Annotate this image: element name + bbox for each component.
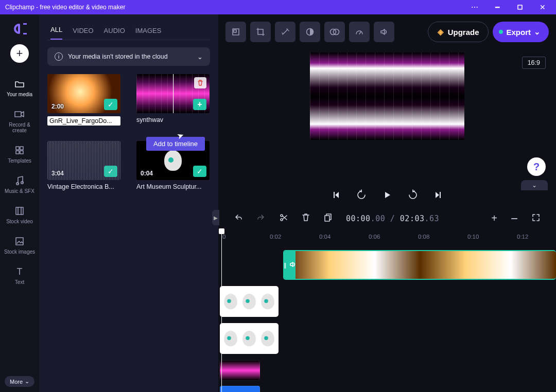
duration-badge: 3:04 xyxy=(51,170,64,177)
tab-video[interactable]: VIDEO xyxy=(73,27,93,40)
svg-point-9 xyxy=(21,182,24,184)
svg-rect-6 xyxy=(16,151,19,154)
media-thumb[interactable]: 3:04 ✓ xyxy=(47,141,120,180)
chevron-down-icon: ⌄ xyxy=(197,53,203,61)
add-to-timeline-tooltip: Add to timeline xyxy=(146,137,205,151)
collapse-preview-button[interactable]: ⌄ xyxy=(521,180,548,190)
delete-media-icon[interactable] xyxy=(194,77,206,88)
sculpture-icon xyxy=(164,150,182,171)
media-card-3[interactable]: 3:04 ✓ Vintage Electronica B... xyxy=(47,141,121,190)
tab-all[interactable]: ALL xyxy=(50,26,62,40)
media-thumb[interactable]: 2:00 ✓ xyxy=(47,74,120,113)
rail-label: Stock video xyxy=(6,219,33,224)
timeline: ▶ 00:00.00 / 02:03.63 xyxy=(218,207,556,392)
skip-start-icon[interactable] xyxy=(330,190,341,200)
clip-handle[interactable]: ‖ xyxy=(284,251,296,279)
svg-rect-0 xyxy=(518,5,522,9)
window-maximize-icon[interactable] xyxy=(510,1,530,13)
window-minimize-icon[interactable]: ━ xyxy=(487,1,508,13)
media-tabs: ALL VIDEO AUDIO IMAGES xyxy=(47,20,210,40)
aspect-ratio-badge[interactable]: 16:9 xyxy=(522,57,546,69)
clip-sculpture-1[interactable] xyxy=(220,286,279,317)
add-to-timeline-button[interactable]: + xyxy=(193,99,206,110)
ruler-tick: 0 xyxy=(222,234,225,240)
forward-5-icon[interactable] xyxy=(407,189,419,201)
magic-tool[interactable] xyxy=(275,22,296,42)
rail-label: Your media xyxy=(7,92,32,97)
top-toolbar: ◈ Upgrade Export ⌄ xyxy=(218,14,556,49)
volume-tool[interactable] xyxy=(374,22,394,42)
rail-music-sfx[interactable]: Music & SFX xyxy=(0,171,39,198)
duplicate-button[interactable] xyxy=(323,213,333,224)
timeline-ruler[interactable]: 0 0:02 0:04 0:06 0:08 0:10 0:12 xyxy=(218,230,556,245)
rail-your-media[interactable]: Your media xyxy=(0,74,39,101)
added-check-icon: ✓ xyxy=(104,99,117,110)
duration-badge: 0:04 xyxy=(141,170,153,177)
media-panel: ALL VIDEO AUDIO IMAGES i Your media isn'… xyxy=(39,14,218,392)
media-thumb[interactable]: + xyxy=(136,74,210,113)
rewind-5-icon[interactable] xyxy=(356,189,367,201)
timeline-tracks[interactable]: ‖ xyxy=(218,245,556,392)
clip-sculpture-2[interactable] xyxy=(220,323,279,354)
zoom-in-button[interactable]: + xyxy=(491,212,497,224)
export-label: Export xyxy=(506,28,531,37)
media-card-2[interactable]: + synthwav xyxy=(136,74,210,126)
playhead[interactable] xyxy=(221,230,222,392)
svg-rect-1 xyxy=(23,23,27,25)
upgrade-button[interactable]: ◈ Upgrade xyxy=(428,22,489,42)
diamond-icon: ◈ xyxy=(438,27,444,37)
cloud-storage-banner[interactable]: i Your media isn't stored in the cloud ⌄ xyxy=(47,47,210,66)
layout-tool[interactable] xyxy=(225,22,246,42)
rail-templates[interactable]: Templates xyxy=(0,140,39,168)
tab-images[interactable]: IMAGES xyxy=(135,27,162,40)
chevron-down-icon: ⌄ xyxy=(534,27,541,37)
duration-badge: 2:00 xyxy=(51,103,64,110)
undo-button[interactable] xyxy=(234,213,243,224)
export-button[interactable]: Export ⌄ xyxy=(493,22,549,42)
clip-audio-icon xyxy=(289,261,297,269)
rail-more-button[interactable]: More ⌄ xyxy=(5,376,34,387)
rail-stock-images[interactable]: Stock images xyxy=(0,231,39,259)
skip-end-icon[interactable] xyxy=(433,190,444,200)
clip-audio[interactable] xyxy=(220,386,260,392)
rail-label: Stock images xyxy=(4,249,35,255)
redo-button[interactable] xyxy=(256,213,266,224)
video-preview[interactable] xyxy=(310,52,464,140)
tab-audio[interactable]: AUDIO xyxy=(104,27,125,40)
crop-tool[interactable] xyxy=(250,22,271,42)
split-button[interactable] xyxy=(279,213,288,224)
fit-button[interactable] xyxy=(531,213,541,224)
media-card-1[interactable]: 2:00 ✓ GnR_Live_FargoDo... xyxy=(47,74,121,126)
speed-tool[interactable] xyxy=(349,22,370,42)
text-icon: T xyxy=(14,266,25,277)
window-more-icon[interactable]: ⋯ xyxy=(464,1,485,13)
rail-text[interactable]: T Text xyxy=(0,262,39,289)
play-icon[interactable] xyxy=(381,190,393,200)
zoom-out-button[interactable]: − xyxy=(511,211,518,226)
app-logo xyxy=(10,20,29,38)
svg-point-8 xyxy=(16,183,19,185)
contrast-tool[interactable] xyxy=(300,22,320,42)
filters-tool[interactable] xyxy=(324,22,345,42)
camera-icon xyxy=(14,109,25,120)
clip-synthwave[interactable] xyxy=(220,360,260,381)
delete-button[interactable] xyxy=(302,213,310,224)
add-media-button[interactable]: + xyxy=(10,44,29,63)
rail-stock-video[interactable]: Stock video xyxy=(0,201,39,228)
svg-rect-2 xyxy=(23,33,27,34)
svg-rect-10 xyxy=(16,207,23,215)
ruler-tick: 0:02 xyxy=(270,234,281,240)
status-dot-icon xyxy=(499,30,503,34)
svg-rect-15 xyxy=(234,30,236,32)
window-close-icon[interactable]: ✕ xyxy=(532,1,553,13)
expand-sidebar-button[interactable]: ▶ xyxy=(212,210,219,225)
timeline-toolbar: 00:00.00 / 02:03.63 + − xyxy=(218,207,556,230)
help-button[interactable]: ? xyxy=(527,157,546,176)
ruler-tick: 0:08 xyxy=(418,234,429,240)
rail-label: Record & create xyxy=(2,122,37,133)
svg-rect-4 xyxy=(16,147,19,150)
rail-record-create[interactable]: Record & create xyxy=(0,104,39,137)
image-icon xyxy=(14,236,25,247)
clip-video-main[interactable]: ‖ xyxy=(283,250,556,280)
templates-icon xyxy=(14,145,25,156)
